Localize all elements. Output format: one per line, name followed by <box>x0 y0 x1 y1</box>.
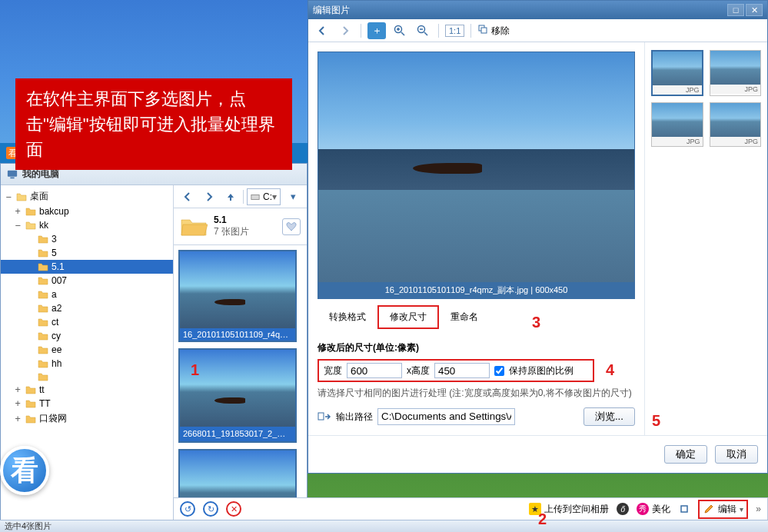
tree-label: ct <box>52 317 58 328</box>
view-button[interactable]: ▾ <box>284 188 302 205</box>
mini-image <box>653 52 702 85</box>
tree-item[interactable]: 5.1 <box>1 260 173 274</box>
crop-icon <box>678 503 690 515</box>
beautify-button[interactable]: 秀 美化 <box>637 503 670 516</box>
expand-icon[interactable]: − <box>4 191 13 202</box>
bottom-toolbar: ↺ ↻ ✕ ★ 上传到空间相册 ő 秀 美化 编辑 ▾ » <box>173 497 768 520</box>
weibo-button[interactable]: ő <box>617 503 629 515</box>
tab-resize[interactable]: 修改尺寸 <box>377 305 439 329</box>
tree-item[interactable]: + TT <box>1 397 173 411</box>
close-button[interactable]: ✕ <box>746 4 763 16</box>
folder-icon <box>25 414 36 424</box>
x-label: x高度 <box>407 364 430 377</box>
folder-icon <box>16 192 27 201</box>
expand-icon[interactable]: − <box>13 220 22 231</box>
tree-item[interactable]: a2 <box>1 301 173 315</box>
tree-label: ee <box>52 344 62 355</box>
tree-item[interactable]: + tt <box>1 383 173 397</box>
tree-item[interactable] <box>1 371 173 383</box>
tree-item[interactable]: − kk <box>1 218 173 232</box>
height-input[interactable] <box>434 363 490 378</box>
tree-item[interactable]: cy <box>1 329 173 343</box>
zoom-out-button[interactable] <box>414 22 432 39</box>
delete-button[interactable]: ✕ <box>226 501 241 517</box>
expand-icon[interactable]: + <box>13 384 22 395</box>
dialog-thumbnail[interactable]: JPG <box>651 102 703 147</box>
keep-ratio-checkbox[interactable] <box>494 366 504 376</box>
tree-label: 5.1 <box>52 261 65 272</box>
thumbnail[interactable]: 16_20101105101109_r4qmz_ <box>178 250 297 342</box>
output-label: 输出路径 <box>336 411 373 424</box>
heart-icon <box>286 222 297 231</box>
rotate-ccw-button[interactable]: ↺ <box>180 501 195 517</box>
cancel-button[interactable]: 取消 <box>715 445 758 464</box>
expand-icon[interactable]: + <box>13 206 22 217</box>
crop-button[interactable] <box>678 503 690 515</box>
folder-icon <box>38 290 48 299</box>
more-button[interactable]: » <box>756 504 761 514</box>
tree-item[interactable]: 007 <box>1 274 173 288</box>
tree-item[interactable]: 3 <box>1 232 173 246</box>
dialog-thumbnail[interactable]: JPG <box>651 50 703 96</box>
svg-rect-0 <box>8 170 17 176</box>
tree-label: tt <box>39 384 45 395</box>
tree-item[interactable]: + 口袋网 <box>1 411 173 427</box>
dropdown-icon[interactable]: ▾ <box>740 505 743 514</box>
folder-icon <box>38 345 48 354</box>
tree-item[interactable]: a <box>1 288 173 301</box>
folder-icon <box>25 207 36 216</box>
add-button[interactable]: ＋ <box>367 22 386 39</box>
size-inputs: 宽度 x高度 保持原图的比例 <box>318 359 594 382</box>
maximize-icon: □ <box>733 5 739 15</box>
edit-button[interactable]: 编辑 ▾ <box>698 500 748 519</box>
output-path-input[interactable] <box>377 408 515 425</box>
mini-image <box>710 51 761 85</box>
dialog-thumbnail[interactable]: JPG <box>710 50 762 96</box>
folder-icon <box>180 215 208 238</box>
expand-icon[interactable]: + <box>13 398 22 409</box>
tree-item[interactable]: 5 <box>1 246 173 260</box>
back-button[interactable] <box>178 188 197 205</box>
dialog-thumbnail[interactable]: JPG <box>710 102 762 147</box>
zoom-in-button[interactable] <box>391 22 409 39</box>
maximize-button[interactable]: □ <box>727 4 744 16</box>
width-label: 宽度 <box>324 364 342 377</box>
xiu-icon: 秀 <box>637 503 649 515</box>
forward-button[interactable] <box>200 188 218 205</box>
tree-item[interactable]: hh <box>1 357 173 371</box>
marker-4: 4 <box>606 361 614 379</box>
svg-rect-8 <box>318 413 324 420</box>
tree-item[interactable]: + bakcup <box>1 204 173 218</box>
prev-button[interactable] <box>313 22 331 39</box>
tree-item[interactable]: − 桌面 <box>1 188 173 204</box>
pencil-icon <box>703 503 715 515</box>
folder-icon <box>38 276 48 285</box>
tree-item[interactable]: ee <box>1 343 173 357</box>
tree-item[interactable]: ct <box>1 315 173 329</box>
tab-rename[interactable]: 重命名 <box>439 306 490 328</box>
keep-ratio-label: 保持原图的比例 <box>509 364 574 377</box>
expand-icon[interactable]: + <box>13 414 22 424</box>
next-button[interactable] <box>336 22 354 39</box>
favorite-button[interactable] <box>282 218 301 235</box>
mini-label: JPG <box>653 85 702 95</box>
preview-image <box>318 52 634 282</box>
folder-count: 7 张图片 <box>214 225 276 238</box>
browse-button[interactable]: 浏览... <box>583 407 635 426</box>
brand-logo: 看 美图看看 <box>0 444 215 497</box>
path-combo[interactable]: C: ▾ <box>247 188 281 205</box>
zoom-actual-button[interactable]: 1:1 <box>445 25 464 37</box>
preview-caption: 16_20101105101109_r4qmz_副本.jpg | 600x450 <box>318 282 634 298</box>
tab-convert[interactable]: 转换格式 <box>318 306 377 328</box>
ok-button[interactable]: 确定 <box>664 445 707 464</box>
tree-label: 007 <box>52 275 67 286</box>
remove-button[interactable]: 移除 <box>477 23 509 38</box>
edit-dialog: 编辑图片 □ ✕ ＋ 1:1 移除 16_20101105101109_r4qm… <box>308 0 768 474</box>
up-button[interactable] <box>221 188 240 205</box>
width-input[interactable] <box>347 363 402 378</box>
resize-form: 修改后的尺寸(单位:像素) 宽度 x高度 保持原图的比例 请选择尺寸相同的图片进… <box>318 334 635 426</box>
status-bar: 选中4张图片 <box>0 520 768 532</box>
rotate-cw-button[interactable]: ↻ <box>203 501 218 517</box>
marker-3: 3 <box>532 314 540 331</box>
dialog-titlebar[interactable]: 编辑图片 □ ✕ <box>308 1 767 19</box>
